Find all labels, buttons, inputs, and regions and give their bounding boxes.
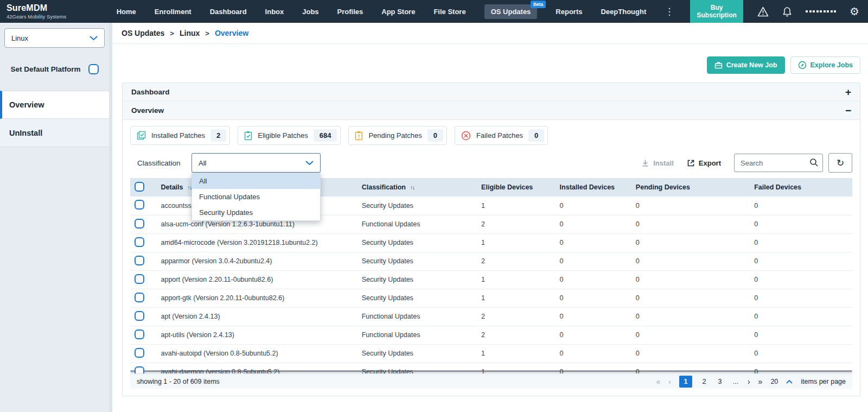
nav-item-reports[interactable]: Reports: [556, 8, 582, 16]
cell-pending: 0: [631, 233, 750, 252]
row-checkbox[interactable]: [135, 366, 144, 374]
overflow-menu-icon[interactable]: ⋮: [662, 6, 676, 17]
stat-count: 0: [528, 129, 544, 142]
refresh-button[interactable]: ↻: [828, 153, 852, 173]
row-checkbox[interactable]: [135, 293, 144, 302]
nav-item-deepthought[interactable]: DeepThought: [601, 8, 646, 16]
cell-pending: 0: [631, 270, 750, 289]
cell-failed: 0: [750, 270, 852, 289]
breadcrumb: OS Updates>Linux>Overview: [112, 23, 868, 44]
table-row[interactable]: avahi-daemon (version 0.8-5ubuntu5.2)Sec…: [130, 363, 852, 373]
nav-item-dashboard[interactable]: Dashboard: [210, 8, 247, 16]
breadcrumb-separator: >: [205, 29, 209, 37]
page: SureMDM 42Gears Mobility Systems HomeEnr…: [0, 0, 868, 412]
breadcrumb-item-overview[interactable]: Overview: [215, 29, 248, 37]
dropdown-option-all[interactable]: All: [192, 173, 320, 189]
stat-count: 684: [314, 129, 337, 142]
row-checkbox[interactable]: [135, 311, 144, 321]
nav-item-inbox[interactable]: Inbox: [265, 8, 284, 16]
content: Create New Job Explore Jobs Dashboard + …: [112, 44, 868, 396]
nav-item-home[interactable]: Home: [117, 8, 136, 16]
install-button[interactable]: Install: [641, 159, 674, 167]
row-checkbox[interactable]: [135, 348, 144, 358]
pagination-page-2[interactable]: 2: [700, 378, 708, 385]
sidebar-item-uninstall[interactable]: UnInstall: [0, 119, 109, 147]
row-checkbox[interactable]: [135, 237, 144, 247]
brand[interactable]: SureMDM 42Gears Mobility Systems: [7, 3, 101, 20]
stat-installed-patches: Installed Patches 2: [130, 126, 230, 145]
pagination-page--[interactable]: ...: [732, 378, 739, 385]
page-size-value[interactable]: 20: [770, 378, 778, 385]
grid-footer: showing 1 - 20 of 609 items « ‹ 123... ›…: [130, 373, 852, 389]
pagination-prev-icon[interactable]: ‹: [668, 377, 671, 386]
pagination-page-3[interactable]: 3: [716, 378, 724, 385]
pagination-pages: 123...: [679, 376, 739, 388]
set-default-checkbox[interactable]: [88, 64, 99, 74]
platform-select[interactable]: Linux: [4, 28, 105, 48]
cell-installed: 0: [556, 326, 631, 344]
export-button[interactable]: Export: [687, 159, 721, 167]
cell-details: avahi-autoipd (Version 0.8-5ubuntu5.2): [157, 344, 358, 363]
breadcrumb-item-os-updates[interactable]: OS Updates: [122, 29, 164, 37]
cell-failed: 0: [750, 326, 852, 344]
column-classification[interactable]: Classification↑↓: [358, 178, 477, 197]
pagination-page-1[interactable]: 1: [679, 376, 692, 388]
classification-select[interactable]: All: [192, 153, 321, 173]
nav-item-os-updates[interactable]: OS UpdatesBeta: [484, 4, 538, 19]
settings-gear-icon[interactable]: ⚙: [850, 6, 859, 17]
pagination: « ‹ 123... › » 20 items per page: [656, 376, 846, 388]
pagination-next-icon[interactable]: ›: [748, 377, 750, 386]
briefcase-icon: [714, 61, 723, 69]
sidebar-items: OverviewUnInstall: [0, 91, 109, 147]
nav-item-file-store[interactable]: File Store: [433, 8, 465, 16]
search-box: [734, 154, 823, 172]
row-checkbox[interactable]: [135, 274, 144, 284]
column-installed-devices: Installed Devices: [556, 178, 631, 197]
cell-details: apport (Version 2.20.11-0ubuntu82.6): [157, 270, 358, 289]
table-row[interactable]: amd64-microcode (Version 3.20191218.1ubu…: [130, 233, 852, 252]
accordion-overview[interactable]: Overview −: [123, 102, 860, 120]
cell-eligible: 2: [477, 215, 555, 233]
pagination-first-icon[interactable]: «: [656, 377, 660, 386]
sort-icon[interactable]: ↑↓: [410, 185, 414, 191]
dropdown-option-functional-updates[interactable]: Functional Updates: [192, 189, 320, 205]
select-all-checkbox[interactable]: [135, 182, 144, 192]
nav-item-profiles[interactable]: Profiles: [337, 8, 363, 16]
accordion-dashboard[interactable]: Dashboard +: [123, 83, 860, 102]
os-updates-card: Dashboard + Overview − Installed Patches: [122, 83, 860, 396]
row-checkbox[interactable]: [135, 329, 144, 339]
create-new-job-button[interactable]: Create New Job: [707, 56, 785, 74]
table-row[interactable]: apport (Version 2.20.11-0ubuntu82.6)Secu…: [130, 270, 852, 289]
nav-item-app-store[interactable]: App Store: [381, 8, 415, 16]
pagination-last-icon[interactable]: »: [758, 377, 763, 386]
dropdown-option-security-updates[interactable]: Security Updates: [192, 205, 320, 220]
cell-failed: 0: [750, 307, 852, 326]
notifications-bell-icon[interactable]: [782, 7, 792, 17]
cell-classification: Security Updates: [358, 252, 477, 270]
table-row[interactable]: apt (Version 2.4.13)Functional Updates20…: [130, 307, 852, 326]
cell-pending: 0: [631, 289, 750, 307]
row-checkbox[interactable]: [135, 219, 144, 229]
download-icon: [641, 159, 649, 167]
row-checkbox[interactable]: [135, 256, 144, 265]
row-checkbox[interactable]: [135, 200, 144, 210]
collapse-minus-icon[interactable]: −: [845, 105, 851, 116]
sidebar-item-overview[interactable]: Overview: [0, 91, 109, 119]
table-row[interactable]: apt-utils (Version 2.4.13)Functional Upd…: [130, 326, 852, 344]
table-row[interactable]: apparmor (Version 3.0.4-2ubuntu2.4)Secur…: [130, 252, 852, 270]
nav-item-enrollment[interactable]: Enrollment: [155, 8, 192, 16]
cell-pending: 0: [631, 326, 750, 344]
chevron-up-icon[interactable]: [786, 379, 793, 384]
table-row[interactable]: avahi-autoipd (Version 0.8-5ubuntu5.2)Se…: [130, 344, 852, 363]
cell-pending: 0: [631, 197, 750, 215]
table-row[interactable]: apport-gtk (Version 2.20.11-0ubuntu82.6)…: [130, 289, 852, 307]
alerts-warning-icon[interactable]: [757, 7, 769, 17]
nav-item-jobs[interactable]: Jobs: [302, 8, 318, 16]
buy-subscription-button[interactable]: Buy Subscription: [690, 0, 743, 23]
cell-eligible: 1: [477, 344, 555, 363]
breadcrumb-item-linux[interactable]: Linux: [180, 29, 200, 37]
apps-grid-icon[interactable]: [806, 10, 836, 12]
explore-jobs-button[interactable]: Explore Jobs: [790, 56, 861, 74]
cell-details: amd64-microcode (Version 3.20191218.1ubu…: [157, 233, 358, 252]
expand-plus-icon[interactable]: +: [845, 87, 851, 97]
